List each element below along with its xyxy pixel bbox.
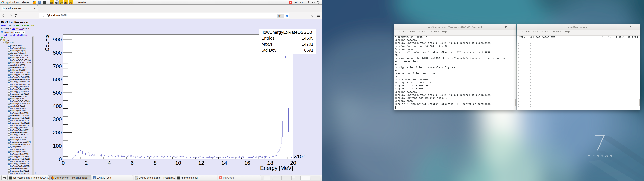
svg-text:10: 10 bbox=[175, 160, 181, 166]
svg-text:100: 100 bbox=[53, 143, 62, 149]
svg-text:lowEnergyExRateDSSD0: lowEnergyExRateDSSD0 bbox=[263, 30, 312, 35]
svg-text:Mean: Mean bbox=[262, 42, 272, 46]
svg-text:4: 4 bbox=[108, 160, 111, 166]
svg-text:Std Dev: Std Dev bbox=[262, 48, 276, 52]
svg-text:400: 400 bbox=[53, 103, 62, 109]
svg-text:Counts: Counts bbox=[44, 34, 50, 51]
svg-text:Entries: Entries bbox=[262, 36, 274, 40]
svg-text:>_: >_ bbox=[178, 177, 179, 178]
svg-text:200: 200 bbox=[53, 130, 62, 136]
svg-text:900: 900 bbox=[53, 36, 62, 42]
svg-text:0: 0 bbox=[59, 156, 62, 162]
svg-text:14505: 14505 bbox=[302, 36, 314, 40]
svg-text:0: 0 bbox=[62, 160, 65, 166]
svg-text:8: 8 bbox=[154, 160, 157, 166]
svg-text:×103: ×103 bbox=[294, 153, 304, 160]
svg-text:>_: >_ bbox=[10, 177, 11, 178]
svg-text:CENTOS: CENTOS bbox=[588, 154, 614, 158]
svg-text:6: 6 bbox=[131, 160, 134, 166]
svg-text:2: 2 bbox=[85, 160, 88, 166]
svg-text:600: 600 bbox=[53, 76, 62, 82]
svg-text:700: 700 bbox=[53, 63, 62, 69]
svg-text:800: 800 bbox=[53, 50, 62, 56]
svg-text:Energy [MeV]: Energy [MeV] bbox=[260, 165, 293, 171]
svg-text:300: 300 bbox=[53, 116, 62, 122]
svg-text:12: 12 bbox=[198, 160, 204, 166]
svg-text:6691: 6691 bbox=[304, 48, 314, 52]
svg-text:500: 500 bbox=[53, 90, 62, 96]
svg-text:16: 16 bbox=[244, 160, 250, 166]
svg-text:14: 14 bbox=[221, 160, 227, 166]
svg-text:14701: 14701 bbox=[302, 42, 314, 46]
